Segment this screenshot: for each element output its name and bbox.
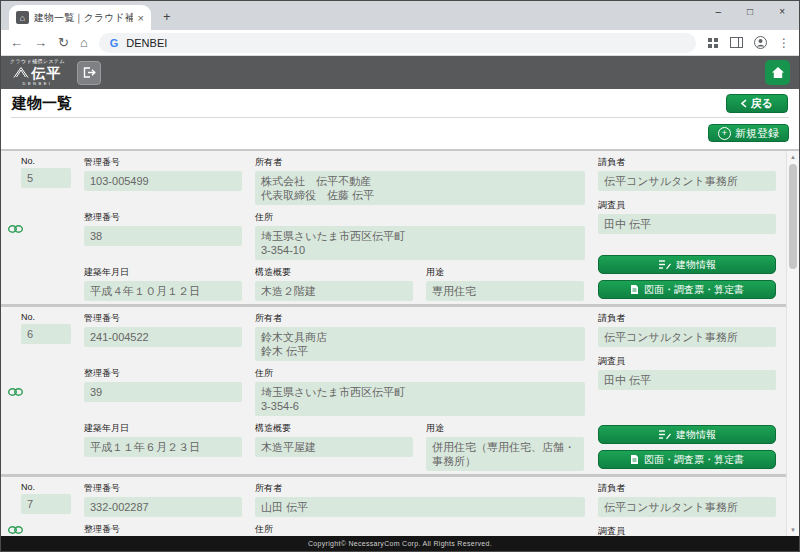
profile-avatar-icon[interactable] xyxy=(754,36,767,49)
contractor-field[interactable]: 伝平コンサルタント事務所 xyxy=(598,497,776,517)
contractor-field[interactable]: 伝平コンサルタント事務所 xyxy=(598,327,776,347)
logout-icon xyxy=(82,66,96,79)
tab-close-icon[interactable]: × xyxy=(138,12,144,24)
back-icon[interactable]: ← xyxy=(10,36,23,49)
page-title: 建物一覧 xyxy=(12,94,726,113)
chevron-left-icon xyxy=(741,99,747,108)
minimize-button[interactable]: – xyxy=(716,6,722,18)
url-text[interactable]: DENBEI xyxy=(126,37,167,49)
field-label: 請負者 xyxy=(598,482,776,495)
browser-tab[interactable]: ⌂ 建物一覧｜クラウド補償システム 伝 × xyxy=(9,5,151,30)
field-label: 構造概要 xyxy=(255,422,413,435)
field-label: No. xyxy=(21,482,71,492)
field-label: 整理番号 xyxy=(84,367,242,380)
field-label: 請負者 xyxy=(598,312,776,325)
structure-field[interactable]: 木造２階建 xyxy=(255,281,413,301)
no-field[interactable]: 7 xyxy=(21,494,71,514)
page-footer: Copyright© NecessaryCom Corp. All Rights… xyxy=(1,536,799,551)
field-label: 用途 xyxy=(426,422,584,435)
browser-toolbar: ← → ↻ ⌂ G DENBEI ⋮ xyxy=(1,30,799,56)
built-field[interactable]: 平成４年１０月１２日 xyxy=(84,281,242,301)
field-label: 調査員 xyxy=(598,355,776,368)
field-label: 住所 xyxy=(255,523,585,536)
drawings-documents-button[interactable]: 図面・調査票・算定書 xyxy=(598,280,776,299)
field-label: No. xyxy=(21,156,71,166)
built-field[interactable]: 平成１１年６月２３日 xyxy=(84,437,242,457)
kanri-field[interactable]: 332-002287 xyxy=(84,497,242,517)
address-bar[interactable]: G DENBEI xyxy=(99,33,696,53)
copyright-text: Copyright© NecessaryCom Corp. All Rights… xyxy=(308,540,492,547)
kanri-field[interactable]: 103-005499 xyxy=(84,171,242,191)
new-registration-button[interactable]: + 新規登録 xyxy=(708,124,789,142)
reload-icon[interactable]: ↻ xyxy=(58,36,69,49)
link-icon[interactable] xyxy=(8,520,23,537)
forward-icon[interactable]: → xyxy=(34,36,47,49)
extensions-icon[interactable] xyxy=(707,37,719,49)
seiri-field[interactable]: 38 xyxy=(84,226,242,246)
seiri-field[interactable]: 39 xyxy=(84,382,242,402)
list-scrollbar[interactable]: ▲ ▼ xyxy=(786,151,799,536)
document-icon xyxy=(630,284,639,295)
field-label: 建築年月日 xyxy=(84,422,242,435)
tab-strip: ⌂ 建物一覧｜クラウド補償システム 伝 × + – □ × xyxy=(1,1,799,30)
no-field[interactable]: 6 xyxy=(21,324,71,344)
surveyor-field[interactable]: 田中 伝平 xyxy=(598,214,776,234)
logout-button[interactable] xyxy=(77,61,101,85)
brand-name: 伝平 xyxy=(31,66,61,80)
field-label: 管理番号 xyxy=(84,312,242,325)
field-label: 所有者 xyxy=(255,312,585,325)
app-home-button[interactable] xyxy=(765,60,790,85)
address-field[interactable]: 埼玉県さいたま市西区伝平町 3-354-6 xyxy=(255,382,585,416)
scroll-down-icon[interactable]: ▼ xyxy=(787,524,799,536)
field-label: 調査員 xyxy=(598,199,776,212)
building-record: No.6 管理番号241-004522 所有者鈴木文具商店 鈴木 伝平 整理番号… xyxy=(1,307,799,477)
surveyor-field[interactable]: 田中 伝平 xyxy=(598,370,776,390)
kanri-field[interactable]: 241-004522 xyxy=(84,327,242,347)
usage-field[interactable]: 併用住宅（専用住宅、店舗・事務所） xyxy=(426,437,584,471)
field-label: 構造概要 xyxy=(255,266,413,279)
no-field[interactable]: 5 xyxy=(21,168,71,188)
owner-field[interactable]: 山田 伝平 xyxy=(255,497,585,517)
new-tab-button[interactable]: + xyxy=(163,10,171,23)
side-panel-icon[interactable] xyxy=(730,37,743,48)
window-close-button[interactable]: × xyxy=(779,6,785,18)
scrollbar-thumb[interactable] xyxy=(789,164,797,269)
structure-field[interactable]: 木造平屋建 xyxy=(255,437,413,457)
app-logo: クラウド補償システム 伝平 DENBEI xyxy=(10,59,65,86)
field-label: 管理番号 xyxy=(84,482,242,495)
owner-field[interactable]: 鈴木文具商店 鈴木 伝平 xyxy=(255,327,585,361)
favicon-icon: ⌂ xyxy=(16,11,29,24)
list-pencil-icon xyxy=(658,259,671,270)
field-label: 所有者 xyxy=(255,156,585,169)
tab-title: 建物一覧｜クラウド補償システム 伝 xyxy=(34,11,133,25)
field-label: 所有者 xyxy=(255,482,585,495)
field-label: 整理番号 xyxy=(84,211,242,224)
document-icon xyxy=(630,454,639,465)
field-label: 住所 xyxy=(255,211,585,224)
building-record: No.5 管理番号103-005499 所有者株式会社 伝平不動産 代表取締役 … xyxy=(1,151,799,307)
system-name: クラウド補償システム xyxy=(10,59,65,64)
plus-circle-icon: + xyxy=(718,127,731,140)
building-info-button[interactable]: 建物情報 xyxy=(598,255,776,274)
back-button[interactable]: 戻る xyxy=(726,94,788,113)
house-icon xyxy=(771,66,785,79)
maximize-button[interactable]: □ xyxy=(747,6,753,18)
building-list: No.5 管理番号103-005499 所有者株式会社 伝平不動産 代表取締役 … xyxy=(1,149,799,536)
field-label: 管理番号 xyxy=(84,156,242,169)
building-record: No.7 管理番号332-002287 所有者山田 伝平 整理番号41 住所埼玉… xyxy=(1,477,799,536)
field-label: 整理番号 xyxy=(84,523,242,536)
home-icon[interactable]: ⌂ xyxy=(80,36,88,49)
drawings-documents-button[interactable]: 図面・調査票・算定書 xyxy=(598,450,776,469)
scroll-up-icon[interactable]: ▲ xyxy=(787,151,799,163)
link-icon[interactable] xyxy=(8,219,23,237)
address-field[interactable]: 埼玉県さいたま市西区伝平町 3-354-10 xyxy=(255,226,585,260)
owner-field[interactable]: 株式会社 伝平不動産 代表取締役 佐藤 伝平 xyxy=(255,171,585,205)
building-info-button[interactable]: 建物情報 xyxy=(598,425,776,444)
list-pencil-icon xyxy=(658,429,671,440)
browser-menu-icon[interactable]: ⋮ xyxy=(778,36,790,50)
field-label: 住所 xyxy=(255,367,585,380)
link-icon[interactable] xyxy=(8,382,23,400)
usage-field[interactable]: 専用住宅 xyxy=(426,281,584,301)
roof-logo-icon xyxy=(13,65,29,81)
contractor-field[interactable]: 伝平コンサルタント事務所 xyxy=(598,171,776,191)
